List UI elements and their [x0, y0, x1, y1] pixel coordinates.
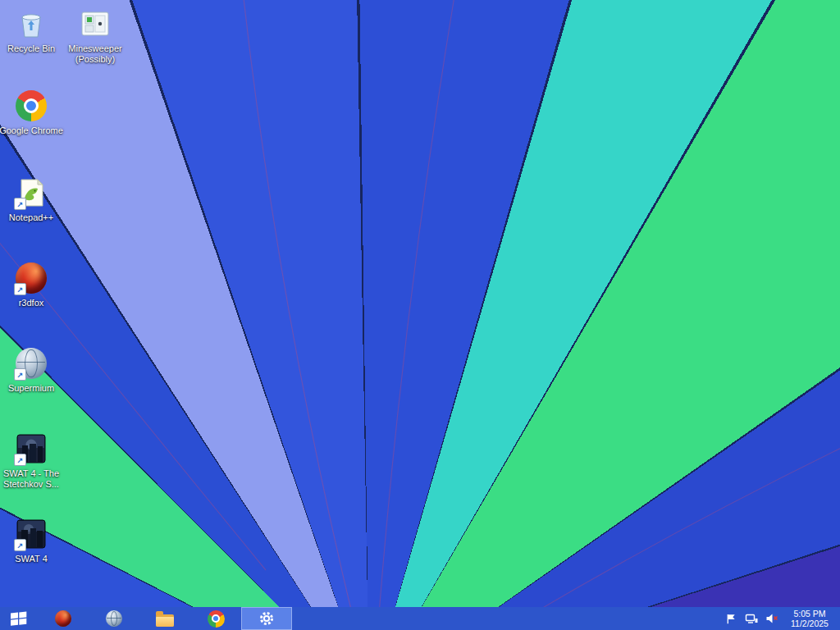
desktop-icon-r3dfox[interactable]: r3dfox [0, 261, 66, 308]
clock-time: 5:05 PM [786, 609, 833, 619]
desktop-icon-label: Minesweeper (Possibly) [61, 43, 130, 65]
recycle-bin-icon [14, 7, 48, 41]
desktop-icon-notepadpp[interactable]: Notepad++ [0, 176, 66, 223]
r3dfox-icon [55, 610, 71, 627]
desktop-icon-supermium[interactable]: Supermium [0, 346, 66, 394]
taskbar-clock[interactable]: 5:05 PM 11/2/2025 [786, 609, 833, 628]
desktop-icon-recycle-bin[interactable]: Recycle Bin [0, 7, 66, 54]
swat4-icon [14, 517, 48, 551]
chrome-icon [14, 89, 48, 123]
shortcut-arrow-icon [14, 539, 26, 551]
r3dfox-icon [14, 261, 48, 295]
taskbar-item-file-explorer[interactable] [139, 607, 190, 630]
shortcut-arrow-icon [14, 198, 26, 210]
desktop-icon-label: Notepad++ [9, 212, 53, 223]
volume-muted-icon[interactable] [765, 612, 778, 625]
desktop-icon-label: Supermium [8, 383, 54, 394]
file-explorer-icon [156, 614, 174, 627]
desktop-icon-swat4-stetchkov[interactable]: SWAT 4 - The Stetchkov S... [0, 431, 66, 490]
desktop-wallpaper[interactable]: Recycle Bin Minesweeper (Possibly) Googl… [0, 0, 840, 630]
taskbar-item-chrome[interactable] [190, 607, 241, 630]
desktop-icon-swat4[interactable]: SWAT 4 [0, 517, 66, 564]
supermium-icon [106, 610, 122, 627]
clock-date: 11/2/2025 [786, 619, 833, 628]
taskbar-item-settings[interactable] [241, 607, 292, 630]
chrome-icon [208, 610, 225, 628]
shortcut-arrow-icon [14, 368, 26, 381]
taskbar-item-r3dfox[interactable] [38, 607, 89, 630]
desktop-icon-label: Recycle Bin [7, 43, 55, 54]
desktop-icon-label: SWAT 4 - The Stetchkov S... [0, 468, 66, 490]
shortcut-arrow-icon [14, 454, 26, 466]
taskbar: 5:05 PM 11/2/2025 [0, 607, 840, 630]
desktop-icon-label: SWAT 4 [15, 554, 48, 564]
shortcut-arrow-icon [14, 283, 26, 295]
swat4-expansion-icon [14, 431, 48, 466]
network-icon[interactable] [745, 612, 758, 625]
minesweeper-icon [78, 7, 112, 41]
start-button[interactable] [0, 607, 38, 630]
notepadpp-icon [14, 176, 48, 210]
desktop-icon-label: Google Chrome [0, 126, 63, 136]
supermium-icon [14, 346, 48, 381]
gear-icon [258, 610, 275, 627]
desktop-icon-minesweeper[interactable]: Minesweeper (Possibly) [60, 7, 130, 65]
system-tray: 5:05 PM 11/2/2025 [724, 609, 840, 628]
taskbar-item-supermium[interactable] [89, 607, 139, 630]
windows-start-icon [10, 610, 28, 627]
action-center-flag-icon[interactable] [724, 612, 737, 625]
desktop-icon-label: r3dfox [19, 298, 44, 308]
wallpaper-stitch-lines [0, 0, 840, 630]
desktop-icon-google-chrome[interactable]: Google Chrome [0, 89, 66, 136]
